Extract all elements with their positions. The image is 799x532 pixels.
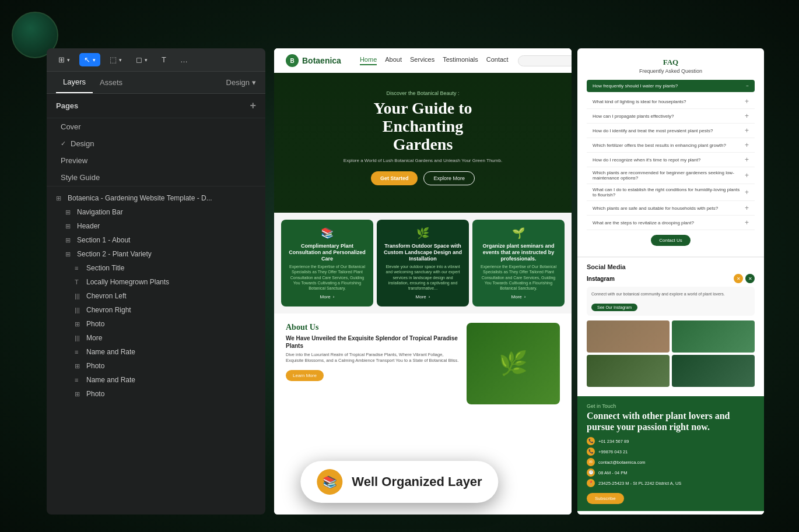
explore-more-button[interactable]: Explore More: [423, 171, 475, 185]
tab-layers[interactable]: Layers: [56, 72, 93, 93]
more-icon: …: [180, 55, 188, 64]
layer-item-nav-bar[interactable]: ⊞ Navigation Bar: [47, 205, 265, 219]
page-item-preview[interactable]: Preview: [47, 152, 265, 169]
faq-item-text-2: How can I propagate plants effectively?: [593, 114, 674, 119]
pointer-icon: ↖: [84, 55, 90, 64]
faq-item-text-4: Which fertilizer offers the best results…: [593, 143, 726, 148]
learn-more-button[interactable]: Learn More: [286, 370, 324, 381]
layer-item-header[interactable]: ⊞ Header: [47, 219, 265, 233]
more-tool-button[interactable]: …: [176, 53, 192, 66]
contact-phone2-text: +99876 043 21: [598, 449, 628, 455]
page-item-design[interactable]: ✓ Design: [47, 135, 265, 152]
nav-link-testimonials[interactable]: Testimonials: [443, 56, 478, 65]
frame-tool-button[interactable]: ⬚ ▾: [105, 53, 127, 66]
layer-item-chevron-left[interactable]: ||| Chevron Left: [47, 289, 265, 303]
frame-tool-chevron: ▾: [119, 57, 122, 63]
hero-buttons: Get Started Explore More: [286, 171, 560, 185]
contact-section: Get in Touch Connect with other plant lo…: [577, 396, 764, 511]
card-more-seminars[interactable]: More ›: [478, 294, 559, 300]
contact-item-phone2: 📞 +99876 043 21: [587, 448, 755, 456]
grid-icon: ⊞: [65, 209, 73, 216]
active-check-icon: ✓: [61, 140, 66, 147]
layer-item-name-rate-2[interactable]: ≡ Name and Rate: [47, 373, 265, 387]
faq-item-2[interactable]: How can I propagate plants effectively? …: [587, 109, 755, 124]
layer-item-section-title[interactable]: ≡ Section Title: [47, 261, 265, 275]
template-layer-name: Botaenica - Gardening Website Template -…: [68, 194, 212, 202]
faq-item-5[interactable]: How do I recognize when it's time to rep…: [587, 153, 755, 167]
shape-tool-chevron: ▾: [145, 57, 148, 63]
tab-assets[interactable]: Assets: [93, 72, 129, 93]
faq-item-4[interactable]: Which fertilizer offers the best results…: [587, 138, 755, 153]
layer-item-template[interactable]: ⊞ Botaenica - Gardening Website Template…: [47, 191, 265, 205]
card-more-landscape[interactable]: More ›: [383, 294, 463, 300]
text-align-icon: ≡: [75, 348, 83, 355]
grid-icon: ⊞: [65, 223, 73, 230]
instagram-settings-btn[interactable]: ✕: [745, 274, 755, 283]
instagram-close-btn[interactable]: ✕: [734, 274, 743, 283]
grid-icon: ⊞: [65, 237, 73, 244]
layer-item-section1[interactable]: ⊞ Section 1 - About: [47, 233, 265, 247]
faq-active-item[interactable]: How frequently should I water my plants?…: [587, 80, 755, 92]
tab-design[interactable]: Design ▾: [226, 72, 256, 93]
layer-item-more[interactable]: ||| More: [47, 331, 265, 345]
toast-icon-wrapper: 📚: [317, 469, 342, 495]
page-name-preview: Preview: [61, 156, 87, 165]
faq-item-3[interactable]: How do I identify and treat the most pre…: [587, 124, 755, 138]
get-started-button[interactable]: Get Started: [371, 171, 418, 185]
nav-link-services[interactable]: Services: [410, 56, 434, 65]
layer-item-photo-2[interactable]: ⊞ Photo: [47, 359, 265, 373]
social-section: Social Media Instagram ✕ ✕ Connect with …: [577, 258, 764, 396]
layer-item-photo-3[interactable]: ⊞ Photo: [47, 387, 265, 401]
layer-name-locally-homegrown: Locally Homegrown Plants: [86, 278, 169, 286]
faq-item-6[interactable]: Which plants are recommended for beginne…: [587, 167, 755, 184]
minus-icon: −: [746, 83, 749, 89]
cards-row: 📚 Complimentary Plant Consultation and P…: [274, 213, 572, 313]
layer-item-name-rate-1[interactable]: ≡ Name and Rate: [47, 345, 265, 359]
site-logo: B Botaenica: [286, 54, 341, 67]
layer-item-locally-homegrown[interactable]: T Locally Homegrown Plants: [47, 275, 265, 289]
pages-header: Pages +: [47, 94, 265, 118]
layer-item-section2[interactable]: ⊞ Section 2 - Plant Variety: [47, 247, 265, 261]
chevron-down-icon: ▾: [252, 78, 256, 87]
card-title-landscape: Transform Outdoor Space with Custom Land…: [383, 243, 463, 262]
pointer-tool-button[interactable]: ↖ ▾: [79, 53, 100, 66]
subscribe-button[interactable]: Subscribe: [587, 493, 624, 504]
faq-contact-button[interactable]: Contact Us: [651, 235, 691, 246]
layer-item-photo-1[interactable]: ⊞ Photo: [47, 317, 265, 331]
grid-icon: ⊞: [75, 320, 83, 328]
layer-name-nav: Navigation Bar: [77, 208, 123, 216]
instagram-label: Instagram: [587, 276, 615, 282]
see-instagram-button[interactable]: See Our Instagram: [591, 304, 637, 311]
arrow-right-icon: ›: [333, 294, 335, 300]
page-item-cover[interactable]: Cover: [47, 118, 265, 135]
card-more-consultation[interactable]: More ›: [287, 294, 367, 300]
grid-tool-button[interactable]: ⊞ ▾: [54, 53, 75, 66]
page-item-style-guide[interactable]: Style Guide: [47, 169, 265, 186]
site-search-input[interactable]: [518, 55, 572, 66]
faq-item-1[interactable]: What kind of lighting is ideal for house…: [587, 94, 755, 109]
nav-link-about[interactable]: About: [385, 56, 402, 65]
plus-icon: +: [745, 141, 749, 149]
contact-phone1-text: +01 234 567 89: [598, 439, 629, 444]
layer-item-chevron-right[interactable]: ||| Chevron Right: [47, 303, 265, 317]
faq-item-7[interactable]: What can I do to establish the right con…: [587, 184, 755, 201]
shape-tool-button[interactable]: ◻ ▾: [131, 53, 152, 66]
faq-item-text-9: What are the steps to revitalize a droop…: [593, 220, 694, 226]
about-label: About Us: [286, 323, 460, 332]
instagram-description: Connect with our botanical community and…: [591, 291, 750, 297]
instagram-photos: [587, 320, 755, 387]
faq-item-text-1: What kind of lighting is ideal for house…: [593, 99, 686, 104]
card-landscape: 🌿 Transform Outdoor Space with Custom La…: [377, 220, 469, 306]
plus-icon: +: [745, 204, 749, 212]
about-section: About Us We Have Unveiled the Exquisite …: [274, 313, 572, 414]
text-tool-button[interactable]: T: [157, 53, 171, 66]
social-title: Social Media: [587, 263, 755, 270]
phone-icon: 📞: [587, 437, 595, 445]
add-page-button[interactable]: +: [250, 100, 256, 112]
layers-icon: 📚: [323, 475, 337, 489]
faq-item-9[interactable]: What are the steps to revitalize a droop…: [587, 216, 755, 230]
nav-link-home[interactable]: Home: [360, 56, 377, 65]
plus-icon: +: [745, 112, 749, 120]
nav-link-contact[interactable]: Contact: [486, 56, 509, 65]
faq-item-8[interactable]: Which plants are safe and suitable for h…: [587, 201, 755, 216]
